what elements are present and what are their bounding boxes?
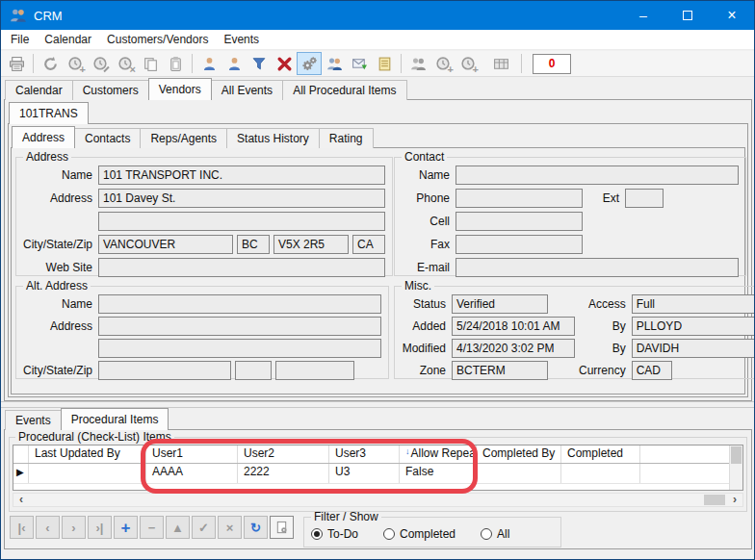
horizontal-splitter[interactable] <box>1 401 754 408</box>
status-field[interactable]: Verified <box>452 294 548 314</box>
group-contacts-button[interactable] <box>405 52 430 75</box>
grid-data-row[interactable]: ▶ AAAA 2222 U3 False <box>13 464 742 484</box>
radio-all[interactable]: All <box>481 527 509 541</box>
scroll-left-arrow-icon[interactable]: ‹ <box>13 494 29 506</box>
tab-vendors[interactable]: Vendors <box>148 78 212 100</box>
post-edit-button[interactable]: ✓ <box>192 516 216 539</box>
menu-file[interactable]: File <box>3 30 37 50</box>
tab-procedural-items[interactable]: Procedural Items <box>61 408 169 430</box>
grid-vertical-scrollbar[interactable] <box>729 445 742 490</box>
tab-101trans[interactable]: 101TRANS <box>9 102 89 124</box>
column-header-completed-by[interactable]: Completed By <box>477 445 561 463</box>
scroll-track[interactable] <box>29 494 727 506</box>
access-field[interactable]: Full <box>632 294 755 314</box>
horizontal-scroll-thumb[interactable] <box>704 495 725 505</box>
country-field[interactable]: CA <box>352 235 385 254</box>
cell-field[interactable] <box>456 212 583 231</box>
tab-customers[interactable]: Customers <box>72 80 149 100</box>
tab-status-history[interactable]: Status History <box>226 128 320 148</box>
send-mail-button[interactable] <box>347 52 372 75</box>
report-grid-button[interactable] <box>488 52 513 75</box>
cancel-edit-button[interactable]: × <box>218 516 242 539</box>
radio-completed[interactable]: Completed <box>383 527 456 541</box>
zone-field[interactable]: BCTERM <box>452 361 548 380</box>
maximize-button[interactable] <box>665 1 710 30</box>
edit-record-button[interactable]: ▲ <box>166 516 190 539</box>
menu-customers-vendors[interactable]: Customers/Vendors <box>99 30 216 50</box>
tab-calendar[interactable]: Calendar <box>5 80 73 100</box>
cell-user2[interactable]: 2222 <box>238 464 329 483</box>
alt-name-field[interactable] <box>98 294 381 314</box>
tab-all-procedural-items[interactable]: All Procedural Items <box>282 80 406 100</box>
fax-field[interactable] <box>456 235 583 254</box>
cell-completed-by[interactable] <box>477 464 561 483</box>
menu-calendar[interactable]: Calendar <box>37 30 99 50</box>
tab-contacts[interactable]: Contacts <box>74 128 141 148</box>
edit-event-button[interactable] <box>88 52 113 75</box>
tab-events[interactable]: Events <box>5 410 62 430</box>
refresh-button[interactable]: ↻ <box>244 516 268 539</box>
delete-event-button[interactable]: × <box>113 52 138 75</box>
last-record-button[interactable]: ›| <box>88 516 112 539</box>
contact-button[interactable] <box>196 52 221 75</box>
edit-contact-button[interactable] <box>221 52 247 75</box>
delete-record-button-nav[interactable]: − <box>140 516 164 539</box>
alt-state-field[interactable] <box>235 361 272 380</box>
vertical-scroll-thumb[interactable] <box>731 446 742 464</box>
alt-address-line1-field[interactable] <box>98 317 381 336</box>
delete-record-button[interactable] <box>272 52 297 75</box>
paste-button[interactable] <box>163 52 188 75</box>
first-record-button[interactable]: |‹ <box>10 516 34 539</box>
column-header-allow-repeat[interactable]: ↓Allow Repeat <box>400 445 477 463</box>
column-header-user2[interactable]: User2 <box>238 445 329 463</box>
previous-record-button[interactable]: ‹ <box>36 516 60 539</box>
add-event-button[interactable]: + <box>63 52 88 75</box>
menu-events[interactable]: Events <box>216 30 267 50</box>
column-header-user1[interactable]: User1 <box>146 445 238 463</box>
column-header-completed[interactable]: Completed <box>561 445 640 463</box>
contact-name-field[interactable] <box>456 165 739 185</box>
alt-zip-field[interactable] <box>275 361 354 380</box>
email-field[interactable] <box>456 258 739 277</box>
modified-by-field[interactable]: DAVIDH <box>632 339 755 358</box>
grid-horizontal-scrollbar[interactable]: ‹ › <box>13 493 743 507</box>
alt-address-line2-field[interactable] <box>98 339 381 358</box>
zip-field[interactable]: V5X 2R5 <box>273 235 349 254</box>
add-group-event-button[interactable]: + <box>430 52 456 75</box>
settings-button[interactable] <box>297 52 322 75</box>
cell-allow-repeat[interactable]: False <box>400 464 477 483</box>
column-header-user3[interactable]: User3 <box>329 445 400 463</box>
customers-vendors-button[interactable] <box>322 52 347 75</box>
cell-completed[interactable] <box>561 464 640 483</box>
minimize-button[interactable]: – <box>621 1 665 30</box>
filter-button[interactable] <box>247 52 272 75</box>
cell-user3[interactable]: U3 <box>329 464 400 483</box>
cell-last-updated-by[interactable] <box>29 464 146 483</box>
address-line1-field[interactable]: 101 Davey St. <box>98 189 385 208</box>
next-record-button[interactable]: › <box>62 516 86 539</box>
phone-field[interactable] <box>456 189 583 208</box>
alt-city-field[interactable] <box>98 361 231 380</box>
state-field[interactable]: BC <box>237 235 270 254</box>
tab-address[interactable]: Address <box>12 126 75 148</box>
tab-rating[interactable]: Rating <box>319 128 374 148</box>
notes-button[interactable] <box>372 52 397 75</box>
undo-history-button[interactable] <box>38 52 63 75</box>
add-group-event-alt-button[interactable]: + <box>456 52 481 75</box>
column-header-last-updated-by[interactable]: Last Updated By <box>29 445 146 463</box>
address-line2-field[interactable] <box>98 212 385 231</box>
added-by-field[interactable]: PLLOYD <box>632 317 755 336</box>
copy-button[interactable] <box>138 52 163 75</box>
print-button[interactable] <box>4 52 29 75</box>
cell-user1[interactable]: AAAA <box>146 464 238 483</box>
close-button[interactable]: × <box>710 1 754 30</box>
city-field[interactable]: VANCOUVER <box>98 235 233 254</box>
radio-todo[interactable]: To-Do <box>311 527 358 541</box>
modified-field[interactable]: 4/13/2020 3:02 PM <box>452 339 575 358</box>
add-record-button[interactable]: + <box>114 516 138 539</box>
tab-reps-agents[interactable]: Reps/Agents <box>140 128 227 148</box>
tab-all-events[interactable]: All Events <box>211 80 283 100</box>
web-site-field[interactable] <box>98 258 385 277</box>
added-field[interactable]: 5/24/2018 10:01 AM <box>452 317 575 336</box>
scroll-right-arrow-icon[interactable]: › <box>727 494 742 506</box>
